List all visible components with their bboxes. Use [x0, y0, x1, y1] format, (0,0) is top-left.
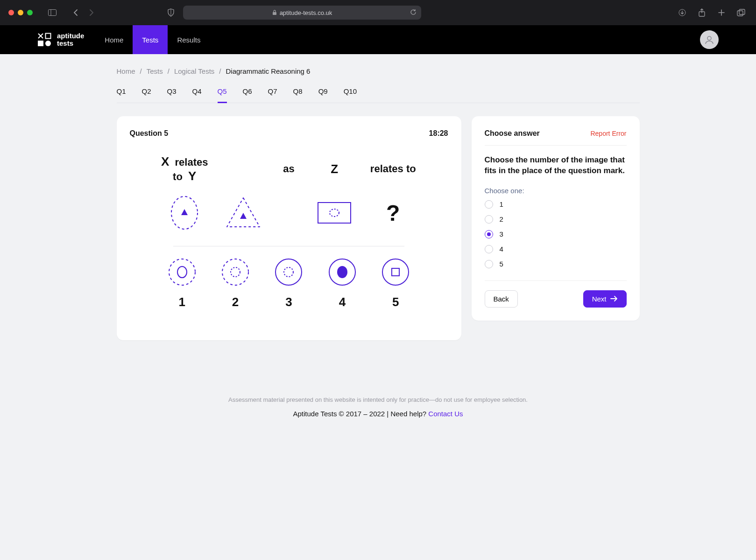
downloads-button[interactable]: [676, 6, 689, 19]
svg-point-16: [177, 266, 187, 278]
tab-q4[interactable]: Q4: [192, 87, 202, 103]
radio-icon: [485, 215, 493, 224]
user-icon: [704, 35, 714, 45]
svg-rect-9: [38, 41, 43, 46]
question-title: Question 5: [130, 129, 169, 138]
svg-rect-0: [49, 10, 57, 16]
share-button[interactable]: [695, 6, 708, 19]
main-nav: Home Tests Results: [95, 25, 210, 54]
svg-point-17: [222, 259, 248, 285]
tab-q2[interactable]: Q2: [142, 87, 151, 103]
minimize-window-button[interactable]: [18, 10, 23, 15]
answer-option-1[interactable]: 1: [485, 200, 627, 209]
breadcrumb: Home/ Tests/ Logical Tests/ Diagrammatic…: [117, 67, 640, 75]
option-3: 3: [272, 256, 305, 309]
svg-rect-8: [46, 34, 51, 39]
maximize-window-button[interactable]: [27, 10, 33, 15]
nav-home[interactable]: Home: [95, 25, 133, 54]
breadcrumb-home[interactable]: Home: [117, 67, 135, 75]
logo-text: aptitude tests: [57, 32, 84, 47]
option-2-icon: [219, 256, 252, 288]
svg-point-18: [231, 267, 240, 277]
svg-rect-3: [273, 12, 276, 15]
forward-button[interactable]: [85, 6, 98, 19]
option-5-icon: [379, 256, 412, 288]
tab-q6[interactable]: Q6: [243, 87, 252, 103]
label-x: X: [161, 154, 169, 168]
option-4-icon: [326, 256, 359, 288]
tab-q9[interactable]: Q9: [318, 87, 328, 103]
tab-q8[interactable]: Q8: [293, 87, 303, 103]
logo[interactable]: aptitude tests: [37, 32, 84, 47]
back-button[interactable]: Back: [485, 290, 518, 308]
browser-chrome: aptitude-tests.co.uk: [0, 0, 756, 25]
tab-q5[interactable]: Q5: [218, 87, 227, 103]
svg-point-15: [169, 259, 195, 285]
option-1: 1: [166, 256, 198, 309]
question-mark-icon: ?: [386, 200, 400, 226]
answer-options: 1 2 3 4 5: [485, 200, 627, 268]
tab-q10[interactable]: Q10: [344, 87, 357, 103]
shape-x-icon: [168, 194, 201, 232]
close-window-button[interactable]: [8, 10, 14, 15]
svg-point-23: [382, 259, 409, 285]
footer-copyright: Aptitude Tests © 2017 – 2022 | Need help…: [293, 410, 428, 418]
footer-disclaimer: Assessment material presented on this we…: [117, 396, 640, 403]
radio-icon: [485, 230, 493, 238]
contact-us-link[interactable]: Contact Us: [428, 410, 463, 418]
breadcrumb-tests[interactable]: Tests: [147, 67, 163, 75]
breadcrumb-logical[interactable]: Logical Tests: [174, 67, 214, 75]
breadcrumb-current: Diagrammatic Reasoning 6: [226, 67, 311, 75]
svg-point-22: [337, 266, 347, 278]
nav-tests[interactable]: Tests: [133, 25, 168, 54]
answer-option-4[interactable]: 4: [485, 245, 627, 253]
footer: Assessment material presented on this we…: [117, 396, 640, 418]
answer-option-5[interactable]: 5: [485, 260, 627, 268]
arrow-right-icon: [610, 295, 618, 302]
answer-card: Choose answer Report Error Choose the nu…: [472, 116, 640, 321]
svg-point-10: [45, 41, 51, 46]
lock-icon: [272, 10, 277, 15]
svg-point-19: [276, 259, 302, 285]
new-tab-button[interactable]: [715, 6, 728, 19]
radio-icon: [485, 245, 493, 253]
question-tabs: Q1 Q2 Q3 Q4 Q5 Q6 Q7 Q8 Q9 Q10: [117, 87, 640, 103]
answer-option-3[interactable]: 3: [485, 230, 627, 238]
window-controls: [8, 10, 33, 15]
question-card: Question 5 18:28 X relates to Y as Z rel…: [117, 116, 461, 340]
svg-rect-7: [739, 9, 745, 14]
app-header: aptitude tests Home Tests Results: [0, 25, 756, 54]
svg-rect-24: [392, 268, 399, 276]
shield-icon[interactable]: [164, 6, 177, 19]
reload-button[interactable]: [410, 9, 417, 17]
answer-option-2[interactable]: 2: [485, 215, 627, 224]
radio-icon: [485, 260, 493, 268]
svg-point-11: [707, 36, 711, 40]
tab-q3[interactable]: Q3: [167, 87, 177, 103]
report-error-link[interactable]: Report Error: [590, 130, 626, 137]
address-bar[interactable]: aptitude-tests.co.uk: [183, 6, 421, 20]
svg-point-14: [330, 209, 339, 217]
option-5: 5: [379, 256, 412, 309]
next-button[interactable]: Next: [583, 290, 627, 308]
radio-icon: [485, 200, 493, 209]
choose-one-label: Choose one:: [485, 187, 627, 195]
tabs-button[interactable]: [735, 6, 748, 19]
option-3-icon: [272, 256, 305, 288]
timer: 18:28: [429, 129, 448, 138]
back-button[interactable]: [69, 6, 82, 19]
url-text: aptitude-tests.co.uk: [280, 9, 332, 16]
option-1-icon: [166, 256, 198, 288]
answer-heading: Choose answer: [485, 129, 540, 138]
divider: [173, 246, 404, 246]
option-4: 4: [326, 256, 359, 309]
sidebar-toggle-button[interactable]: [46, 6, 59, 19]
logo-icon: [37, 33, 51, 47]
answer-prompt: Choose the number of the image that fits…: [485, 155, 627, 176]
avatar[interactable]: [700, 30, 719, 49]
tab-q7[interactable]: Q7: [268, 87, 277, 103]
tab-q1[interactable]: Q1: [117, 87, 126, 103]
nav-results[interactable]: Results: [168, 25, 210, 54]
label-y: Y: [188, 169, 196, 183]
option-2: 2: [219, 256, 252, 309]
